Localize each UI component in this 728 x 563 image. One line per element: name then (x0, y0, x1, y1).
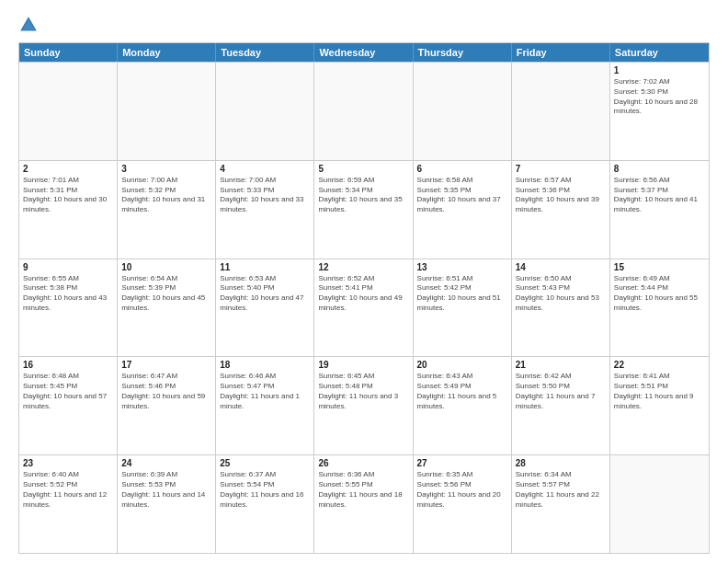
day-info: Sunrise: 7:01 AM Sunset: 5:31 PM Dayligh… (23, 176, 113, 215)
logo-icon (18, 15, 39, 35)
day-number: 1 (614, 65, 705, 75)
calendar-empty-cell (216, 63, 314, 160)
header-day-monday: Monday (118, 43, 216, 62)
calendar-day-18: 18Sunrise: 6:46 AM Sunset: 5:47 PM Dayli… (216, 357, 314, 454)
logo (18, 15, 42, 35)
calendar-header: SundayMondayTuesdayWednesdayThursdayFrid… (19, 43, 709, 62)
day-number: 9 (23, 262, 113, 272)
calendar-day-16: 16Sunrise: 6:48 AM Sunset: 5:45 PM Dayli… (19, 357, 118, 454)
calendar-day-21: 21Sunrise: 6:42 AM Sunset: 5:50 PM Dayli… (512, 357, 610, 454)
day-number: 2 (23, 164, 113, 174)
calendar-day-6: 6Sunrise: 6:58 AM Sunset: 5:35 PM Daylig… (414, 161, 512, 259)
day-number: 7 (516, 164, 606, 174)
day-info: Sunrise: 6:40 AM Sunset: 5:52 PM Dayligh… (23, 470, 113, 510)
day-info: Sunrise: 6:50 AM Sunset: 5:43 PM Dayligh… (516, 274, 606, 314)
day-info: Sunrise: 6:55 AM Sunset: 5:38 PM Dayligh… (23, 274, 113, 314)
calendar-day-9: 9Sunrise: 6:55 AM Sunset: 5:38 PM Daylig… (19, 259, 118, 357)
day-number: 3 (121, 164, 211, 174)
calendar: SundayMondayTuesdayWednesdayThursdayFrid… (18, 42, 710, 554)
calendar-day-7: 7Sunrise: 6:57 AM Sunset: 5:36 PM Daylig… (512, 161, 610, 259)
day-info: Sunrise: 6:41 AM Sunset: 5:51 PM Dayligh… (614, 372, 705, 411)
day-info: Sunrise: 6:53 AM Sunset: 5:40 PM Dayligh… (220, 274, 310, 314)
day-number: 6 (417, 164, 507, 174)
day-info: Sunrise: 6:56 AM Sunset: 5:37 PM Dayligh… (614, 176, 705, 215)
calendar-day-14: 14Sunrise: 6:50 AM Sunset: 5:43 PM Dayli… (512, 259, 610, 357)
day-info: Sunrise: 6:48 AM Sunset: 5:45 PM Dayligh… (23, 372, 113, 411)
calendar-row-4: 16Sunrise: 6:48 AM Sunset: 5:45 PM Dayli… (19, 356, 709, 454)
day-number: 17 (121, 360, 211, 370)
calendar-day-24: 24Sunrise: 6:39 AM Sunset: 5:53 PM Dayli… (118, 455, 216, 553)
day-number: 14 (516, 262, 606, 272)
calendar-day-8: 8Sunrise: 6:56 AM Sunset: 5:37 PM Daylig… (610, 161, 709, 259)
header-day-friday: Friday (512, 43, 610, 62)
day-info: Sunrise: 6:54 AM Sunset: 5:39 PM Dayligh… (121, 274, 211, 314)
calendar-row-2: 2Sunrise: 7:01 AM Sunset: 5:31 PM Daylig… (19, 160, 709, 259)
page: SundayMondayTuesdayWednesdayThursdayFrid… (0, 0, 728, 563)
calendar-day-13: 13Sunrise: 6:51 AM Sunset: 5:42 PM Dayli… (414, 259, 512, 357)
header-day-wednesday: Wednesday (314, 43, 413, 62)
calendar-empty-cell (314, 63, 413, 160)
header-day-saturday: Saturday (610, 43, 709, 62)
calendar-day-23: 23Sunrise: 6:40 AM Sunset: 5:52 PM Dayli… (19, 455, 118, 553)
day-number: 4 (220, 164, 310, 174)
day-number: 19 (318, 360, 408, 370)
day-number: 5 (318, 164, 408, 174)
day-number: 28 (516, 458, 606, 468)
day-number: 24 (121, 458, 211, 468)
calendar-day-26: 26Sunrise: 6:36 AM Sunset: 5:55 PM Dayli… (314, 455, 413, 553)
day-info: Sunrise: 7:02 AM Sunset: 5:30 PM Dayligh… (614, 77, 705, 117)
calendar-empty-cell (19, 63, 118, 160)
calendar-empty-cell (512, 63, 610, 160)
calendar-row-5: 23Sunrise: 6:40 AM Sunset: 5:52 PM Dayli… (19, 454, 709, 553)
day-number: 16 (23, 360, 113, 370)
day-number: 25 (220, 458, 310, 468)
day-info: Sunrise: 6:52 AM Sunset: 5:41 PM Dayligh… (318, 274, 408, 314)
day-info: Sunrise: 6:42 AM Sunset: 5:50 PM Dayligh… (516, 372, 606, 411)
calendar-day-2: 2Sunrise: 7:01 AM Sunset: 5:31 PM Daylig… (19, 161, 118, 259)
day-number: 13 (417, 262, 507, 272)
day-number: 23 (23, 458, 113, 468)
calendar-row-3: 9Sunrise: 6:55 AM Sunset: 5:38 PM Daylig… (19, 259, 709, 357)
day-info: Sunrise: 6:49 AM Sunset: 5:44 PM Dayligh… (614, 274, 705, 314)
day-info: Sunrise: 6:43 AM Sunset: 5:49 PM Dayligh… (417, 372, 507, 411)
day-info: Sunrise: 6:46 AM Sunset: 5:47 PM Dayligh… (220, 372, 310, 411)
day-info: Sunrise: 6:35 AM Sunset: 5:56 PM Dayligh… (417, 470, 507, 510)
header-day-tuesday: Tuesday (216, 43, 314, 62)
calendar-empty-cell (610, 455, 709, 553)
day-number: 11 (220, 262, 310, 272)
calendar-day-25: 25Sunrise: 6:37 AM Sunset: 5:54 PM Dayli… (216, 455, 314, 553)
day-info: Sunrise: 7:00 AM Sunset: 5:33 PM Dayligh… (220, 176, 310, 215)
calendar-day-12: 12Sunrise: 6:52 AM Sunset: 5:41 PM Dayli… (314, 259, 413, 357)
calendar-day-22: 22Sunrise: 6:41 AM Sunset: 5:51 PM Dayli… (610, 357, 709, 454)
calendar-body: 1Sunrise: 7:02 AM Sunset: 5:30 PM Daylig… (19, 62, 709, 553)
day-info: Sunrise: 7:00 AM Sunset: 5:32 PM Dayligh… (121, 176, 211, 215)
day-info: Sunrise: 6:45 AM Sunset: 5:48 PM Dayligh… (318, 372, 408, 411)
calendar-day-4: 4Sunrise: 7:00 AM Sunset: 5:33 PM Daylig… (216, 161, 314, 259)
calendar-empty-cell (414, 63, 512, 160)
calendar-day-19: 19Sunrise: 6:45 AM Sunset: 5:48 PM Dayli… (314, 357, 413, 454)
header-day-thursday: Thursday (414, 43, 512, 62)
day-number: 8 (614, 164, 705, 174)
day-info: Sunrise: 6:57 AM Sunset: 5:36 PM Dayligh… (516, 176, 606, 215)
day-info: Sunrise: 6:58 AM Sunset: 5:35 PM Dayligh… (417, 176, 507, 215)
header-day-sunday: Sunday (19, 43, 118, 62)
calendar-day-1: 1Sunrise: 7:02 AM Sunset: 5:30 PM Daylig… (610, 63, 709, 160)
calendar-day-28: 28Sunrise: 6:34 AM Sunset: 5:57 PM Dayli… (512, 455, 610, 553)
calendar-day-27: 27Sunrise: 6:35 AM Sunset: 5:56 PM Dayli… (414, 455, 512, 553)
day-number: 15 (614, 262, 705, 272)
day-number: 20 (417, 360, 507, 370)
calendar-day-11: 11Sunrise: 6:53 AM Sunset: 5:40 PM Dayli… (216, 259, 314, 357)
header (18, 15, 710, 35)
day-number: 21 (516, 360, 606, 370)
calendar-empty-cell (118, 63, 216, 160)
calendar-day-17: 17Sunrise: 6:47 AM Sunset: 5:46 PM Dayli… (118, 357, 216, 454)
calendar-day-10: 10Sunrise: 6:54 AM Sunset: 5:39 PM Dayli… (118, 259, 216, 357)
day-info: Sunrise: 6:39 AM Sunset: 5:53 PM Dayligh… (121, 470, 211, 510)
day-number: 18 (220, 360, 310, 370)
day-info: Sunrise: 6:59 AM Sunset: 5:34 PM Dayligh… (318, 176, 408, 215)
day-info: Sunrise: 6:37 AM Sunset: 5:54 PM Dayligh… (220, 470, 310, 510)
day-number: 12 (318, 262, 408, 272)
calendar-day-5: 5Sunrise: 6:59 AM Sunset: 5:34 PM Daylig… (314, 161, 413, 259)
calendar-day-20: 20Sunrise: 6:43 AM Sunset: 5:49 PM Dayli… (414, 357, 512, 454)
calendar-row-1: 1Sunrise: 7:02 AM Sunset: 5:30 PM Daylig… (19, 62, 709, 160)
